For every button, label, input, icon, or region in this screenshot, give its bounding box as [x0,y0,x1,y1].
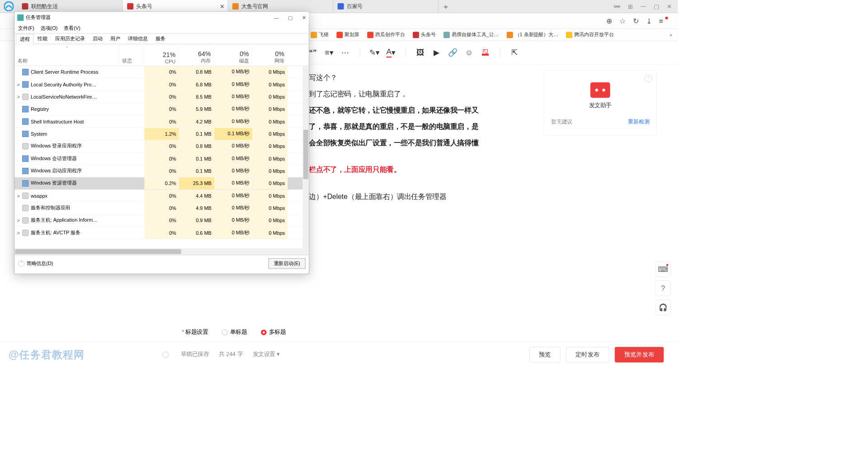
radio-single-title[interactable]: 单标题 [222,328,247,336]
tm-menu-item[interactable]: 文件(F) [18,25,34,32]
tm-process-list[interactable]: Client Server Runtime Process0%0.8 MB0 M… [14,66,309,248]
preview-button[interactable]: 预览 [529,347,561,362]
bookmark-item[interactable]: 头条号 [413,32,436,38]
process-icon [22,106,28,112]
tm-column-headers[interactable]: ˄名称 状态 21%CPU 64%内存 0%磁盘 0%网络 [14,44,309,66]
tm-process-row[interactable]: >LocalServiceNoNetworkFire…0%8.5 MB0 MB/… [14,91,309,103]
tm-close-icon[interactable]: ✕ [302,15,306,20]
tm-tab[interactable]: 用户 [106,33,124,44]
emoji-icon[interactable]: ☺ [465,48,473,56]
add-bookmark-icon[interactable]: ⊕ [606,17,612,25]
bookmark-favicon-icon [443,32,450,38]
tm-process-row[interactable]: >服务主机: Application Inform…0%0.9 MB0 MB/秒… [14,214,309,227]
tm-menu-item[interactable]: 选项(O) [41,25,58,32]
tm-titlebar[interactable]: 任务管理器 — ▢ ✕ [14,12,309,24]
list-icon[interactable]: ≡▾ [325,48,333,56]
reload-icon[interactable]: ↻ [633,17,639,25]
process-icon [22,205,28,211]
disk-cell: 0 MB/秒 [214,152,252,165]
tm-tab[interactable]: 进程 [16,34,33,44]
recheck-link[interactable]: 重新检测 [628,119,649,125]
sort-indicator-icon[interactable]: ˄ [66,46,68,51]
tm-menu-item[interactable]: 查看(V) [64,25,80,32]
tm-restart-button[interactable]: 重新启动(E) [269,258,306,269]
tm-process-row[interactable]: Windows 会话管理器0%0.1 MB0 MB/秒0 Mbps [14,152,309,165]
bookmark-item[interactable]: 飞猪 [311,32,329,38]
tm-process-row[interactable]: >Local Security Authority Pro…0%6.8 MB0 … [14,78,309,90]
tm-process-row[interactable]: >wsappx0%4.4 MB0 MB/秒0 Mbps [14,190,309,202]
tm-process-row[interactable]: Windows 登录应用程序0%0.8 MB0 MB/秒0 Mbps [14,140,309,152]
close-icon[interactable]: ✕ [667,3,671,10]
editor-line[interactable]: 边）+Delete（最上面靠右）调出任务管理器 [309,190,521,204]
help-icon[interactable]: ? [656,280,671,296]
tm-process-row[interactable]: >服务主机: AVCTP 服务0%0.6 MB0 MB/秒0 Mbps [14,227,309,239]
new-tab-button[interactable]: ＋ [439,2,453,11]
highlight-icon[interactable]: ✎▾ [371,48,378,56]
tm-process-row[interactable]: 服务和控制器应用0%4.9 MB0 MB/秒0 Mbps [14,202,309,214]
maximize-icon[interactable]: ▢ [654,3,659,10]
collapse-icon[interactable]: ˄ [644,75,652,82]
radio-multi-title[interactable]: 多标题 [261,328,286,336]
expand-icon[interactable]: > [14,193,22,198]
video-icon[interactable]: ▶ [433,48,440,56]
editor-line[interactable]: 了，恭喜，那就是真的重启，不是一般的电脑重启，是 [309,119,521,133]
minimize-icon[interactable]: — [641,3,646,10]
expand-icon[interactable]: > [14,94,22,100]
expand-icon[interactable]: > [14,81,22,87]
bookmark-item[interactable]: 易撰自媒体工具_让… [443,32,499,38]
expand-icon[interactable]: > [14,230,22,235]
tm-maximize-icon[interactable]: ▢ [288,15,292,20]
cpu-cell: 0% [144,202,179,214]
bookmark-item[interactable]: （1 条新提醒）大… [507,32,559,38]
tm-tab[interactable]: 性能 [33,33,51,44]
tm-tab[interactable]: 启动 [89,33,106,44]
process-name: wsappx [31,193,120,198]
more-format-icon[interactable]: ⋯ [341,48,349,56]
tm-hscrollbar[interactable] [14,248,309,255]
bookmark-item[interactable]: 聚划算 [336,32,359,38]
download-icon[interactable]: ⤓ [646,17,652,25]
expand-icon[interactable]: > [14,218,22,223]
incognito-icon[interactable]: 👓 [613,3,621,10]
publish-button[interactable]: 预览并发布 [615,347,664,362]
headset-icon[interactable]: 🎧 [656,299,671,315]
keyboard-icon[interactable]: ⌨ [656,261,671,277]
menu-icon[interactable]: ≡ [659,17,663,25]
tab-close-icon[interactable]: ✕ [220,3,224,10]
image-icon[interactable]: 🖼 [416,48,424,56]
editor-footer: 草稿已保存 共 244 字 发文设置 ▾ 预览 定时发布 预览并发布 [0,342,678,367]
tm-process-row[interactable]: System1.2%0.1 MB0.1 MB/秒0 Mbps [14,128,309,140]
tm-process-row[interactable]: Windows 启动应用程序0%0.1 MB0 MB/秒0 Mbps [14,165,309,177]
bookmark-item[interactable]: 西瓜创作平台 [367,32,405,38]
tm-process-row[interactable]: Windows 资源管理器0.2%25.3 MB0 MB/秒0 Mbps [14,177,309,190]
tm-vscrollbar[interactable] [302,66,309,248]
schedule-button[interactable]: 定时发布 [566,347,609,362]
pin-icon[interactable]: ⊞ [628,3,632,10]
export-icon[interactable]: ⇱ [510,48,518,56]
disk-cell: 0 MB/秒 [214,165,252,177]
browser-tab[interactable]: 百家号 [333,0,439,13]
tm-brief-toggle[interactable]: ˄简略信息(D) [18,260,53,266]
process-icon [22,168,28,174]
tm-tab[interactable]: 服务 [151,33,169,44]
font-color-icon[interactable]: A▾ [387,48,395,56]
tm-tab[interactable]: 应用历史记录 [51,33,89,44]
editor-line[interactable]: 会全部恢复类似出厂设置，一些不是我们普通人搞得懂 [309,136,521,150]
vote-icon[interactable]: 🗳 [481,48,489,56]
bookmarks-more-icon[interactable]: » [670,32,672,38]
star-icon[interactable]: ☆ [619,17,626,25]
tm-process-row[interactable]: Client Server Runtime Process0%0.8 MB0 M… [14,66,309,78]
publish-settings[interactable]: 发文设置 ▾ [253,351,280,358]
quote-icon[interactable]: “” [309,48,316,56]
editor-line[interactable]: 栏点不了，上面应用只能看。 [309,162,521,176]
net-cell: 0 Mbps [252,152,288,165]
tm-minimize-icon[interactable]: — [274,15,279,20]
editor-line[interactable]: 写这个？ [309,71,521,85]
bookmark-item[interactable]: 腾讯内容开放平台 [566,32,613,38]
tm-process-row[interactable]: Shell Infrastructure Host0%4.2 MB0 MB/秒0… [14,115,309,128]
tm-tab[interactable]: 详细信息 [124,33,151,44]
editor-line[interactable]: 还不急，就等它转，让它慢慢重启，如果还像我一样又 [309,103,521,117]
tm-process-row[interactable]: Registry0%5.9 MB0 MB/秒0 Mbps [14,103,309,115]
editor-line[interactable]: 到了忘记密码，让电脑重启了， [309,87,521,101]
link-icon[interactable]: 🔗 [449,48,457,56]
